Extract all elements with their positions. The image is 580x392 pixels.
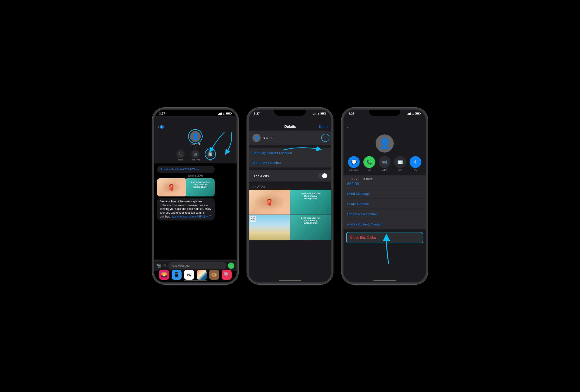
details-title: Details — [284, 125, 296, 129]
contact-name-1: 882-09 — [191, 142, 200, 146]
toggle-knob — [322, 173, 327, 178]
spray-text-p2-2: Don't miss your free10mL MakeupSetting S… — [300, 217, 321, 224]
applepay-dock-icon[interactable]: Pay — [184, 270, 194, 280]
call-action[interactable]: 📞 call — [363, 156, 375, 171]
share-contact-label: Share Contact — [347, 202, 369, 206]
date-label: Today 8:15 AM — [157, 174, 234, 177]
message-input[interactable]: Text Message — [168, 262, 226, 269]
large-avatar: 👤 — [376, 134, 394, 152]
call-action-btn: 📞 — [363, 156, 375, 168]
battery-icon-1 — [226, 112, 232, 115]
message-action[interactable]: 💬 message — [348, 156, 360, 171]
facetime-action[interactable]: 📹 FaceTime — [191, 150, 200, 161]
bearaby-link[interactable]: https://bearaby.attn.tv/l/8Pd/jhvhT — [171, 215, 211, 218]
contact-name-2: 882-09 — [263, 136, 324, 140]
contact-detail-header: ‹ — [343, 116, 426, 132]
status-icons-1: ▲ — [218, 112, 232, 115]
photos-section-label: PHOTOS — [249, 184, 331, 190]
photo-spray-2: Don't miss your free10mL MakeupSetting S… — [290, 215, 331, 240]
details-header: Details Done — [249, 116, 331, 131]
phone-3: 3:27 ▲ ‹ — [342, 108, 428, 284]
blanket-image — [157, 178, 186, 196]
send-location-row[interactable]: Send My Current Location — [249, 148, 331, 158]
message-link[interactable]: https://coola.attn.tv/l/1Y1/HYXZa — [160, 168, 199, 171]
phone-number[interactable]: 882-09 — [343, 181, 426, 189]
create-contact-row[interactable]: Create New Contact — [343, 209, 426, 219]
input-placeholder: Text Message — [171, 264, 189, 267]
action-buttons: 📞 audio 📹 FaceTime ℹ️ info — [158, 150, 233, 161]
large-avatar-icon: 👤 — [379, 137, 391, 149]
location-section: Send My Current Location Share My Locati… — [249, 148, 331, 167]
phone3-screen: 3:27 ▲ ‹ — [343, 110, 426, 282]
send-message-label: Send Message — [347, 192, 370, 196]
block-caller-label: Block this Caller — [350, 236, 376, 240]
contact-avatar-2: 👤 — [252, 134, 261, 142]
facetime-label: FaceTime — [191, 159, 200, 161]
photo-beach: 7/247/28 — [249, 215, 290, 240]
info-icon: ℹ️ — [208, 152, 212, 156]
message-action-label: message — [349, 169, 359, 171]
photos-grid: Don't miss your free10mL MakeupSetting S… — [249, 190, 331, 240]
send-message-row[interactable]: Send Message — [343, 189, 426, 199]
video-action-btn: 📹 — [379, 156, 391, 168]
signal-icon-1 — [218, 113, 222, 115]
phone2-screen: 3:27 ▲ Deta — [249, 110, 331, 282]
status-icons-2: ▲ — [313, 112, 326, 115]
contact-area: 👤 882-09 ∨ — [158, 131, 233, 149]
spray-text-1: Don't miss your free10mL MakeupSetting S… — [189, 181, 211, 188]
memoji-dock-icon[interactable]: 🐵 — [209, 270, 219, 280]
audio-action[interactable]: 📞 audio — [176, 150, 184, 161]
info-action[interactable]: ℹ️ info — [206, 150, 214, 161]
wifi-icon-2: ▲ — [317, 112, 320, 115]
message-text-bubble: Bearaby: Meet #thesweetstayhome collecti… — [157, 198, 215, 220]
phone-info-section: phone RECENT 882-09 Send Message Share C… — [343, 175, 426, 229]
call-action-label: call — [367, 169, 371, 171]
app-dock: 🌄 📱 Pay 🐵 🔍 — [154, 269, 237, 281]
hide-alerts-toggle[interactable] — [318, 173, 328, 179]
audio-label: audio — [178, 159, 183, 161]
status-icons-3: ▲ — [408, 112, 421, 115]
contact-chevron: ∨ — [195, 146, 196, 149]
done-button[interactable]: Done — [319, 125, 328, 129]
messages-header: ‹ 3 👤 882-09 ∨ 📞 — [154, 116, 237, 163]
pay-action[interactable]: $ pay — [410, 156, 421, 171]
contact-avatar-1[interactable]: 👤 — [190, 131, 201, 142]
block-caller-button[interactable]: Block this Caller — [346, 232, 423, 243]
send-location-label: Send My Current Location — [252, 151, 292, 155]
app-store-icon[interactable]: ⊕ — [163, 263, 167, 268]
beach-date: 7/247/28 — [250, 216, 256, 222]
home-indicator-1 — [184, 280, 207, 281]
add-existing-row[interactable]: Add to Existing Contact — [343, 219, 426, 229]
create-contact-label: Create New Contact — [347, 212, 378, 216]
appstore-dock-icon[interactable]: 📱 — [172, 270, 181, 280]
recent-badge: RECENT — [363, 178, 373, 180]
contact-row-2[interactable]: 👤 882-09 › — [249, 131, 331, 145]
back-button-3[interactable]: ‹ — [347, 125, 349, 130]
phone1-screen: 3:27 ▲ — [154, 110, 237, 282]
mail-action-btn: ✉️ — [394, 156, 406, 168]
mail-action-label: mail — [398, 169, 402, 171]
mail-action[interactable]: ✉️ mail — [394, 156, 406, 171]
phone-2: 3:27 ▲ Deta — [247, 108, 333, 284]
notch-3 — [369, 110, 401, 116]
search-dock-icon[interactable]: 🔍 — [222, 270, 232, 280]
pay-action-label: pay — [414, 169, 417, 171]
photo-spray-1: Don't miss your free10mL MakeupSetting S… — [290, 190, 331, 215]
hide-alerts-row[interactable]: Hide Alerts — [249, 170, 331, 181]
spray-image-1: Don't miss your free10mL MakeupSetting S… — [186, 178, 215, 196]
activity-dock-icon[interactable] — [197, 270, 207, 280]
back-button-1[interactable]: ‹ 3 — [158, 125, 164, 129]
share-contact-row[interactable]: Share Contact — [343, 199, 426, 209]
pay-action-btn: $ — [410, 156, 421, 168]
photos-dock-icon[interactable]: 🌄 — [159, 270, 169, 280]
phone-label: phone — [347, 176, 361, 181]
camera-icon[interactable]: 📷 — [156, 263, 161, 268]
wifi-icon-1: ▲ — [223, 112, 225, 115]
video-action[interactable]: 📹 video — [379, 156, 391, 171]
avatar-wrapper: 👤 — [190, 131, 201, 142]
phone-label-row: phone RECENT — [343, 175, 426, 181]
image-grid: Don't miss your free10mL MakeupSetting S… — [157, 178, 234, 196]
send-button[interactable]: ↑ — [228, 262, 234, 269]
video-action-label: video — [382, 169, 387, 171]
share-location-row[interactable]: Share My Location — [249, 158, 331, 167]
